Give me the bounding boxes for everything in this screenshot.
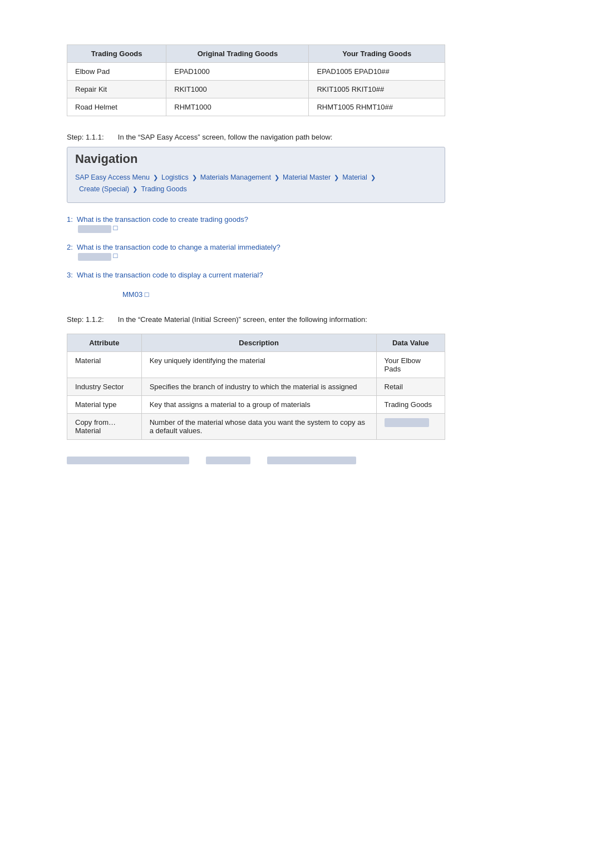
blurred-value xyxy=(385,418,429,427)
attr-row: Copy from…MaterialNumber of the material… xyxy=(67,413,445,439)
attr-col-header: Description xyxy=(141,334,376,351)
attr-attribute: Copy from…Material xyxy=(67,413,142,439)
nav-arrow-icon: ❯ xyxy=(369,174,376,181)
nav-path-item: Trading Goods xyxy=(141,185,186,193)
trading-cell: EPAD1005 EPAD10## xyxy=(309,63,445,81)
nav-path-item: SAP Easy Access Menu xyxy=(75,173,150,181)
nav-arrow-icon: ❯ xyxy=(332,174,341,181)
navigation-title: Navigation xyxy=(75,152,437,166)
nav-path-item: Material xyxy=(342,173,367,181)
step-label: Step: 1.1.1: xyxy=(67,133,104,141)
attr-data-value: Your Elbow Pads xyxy=(376,351,445,378)
nav-arrow-icon: ❯ xyxy=(131,186,139,192)
step-1-1-2-text: Step: 1.1.2: In the “Create Material (In… xyxy=(67,315,524,324)
step2-label: Step: 1.1.2: xyxy=(67,315,104,324)
answer-blurred xyxy=(78,253,111,261)
attr-col-header: Attribute xyxy=(67,334,142,351)
attribute-table: AttributeDescriptionData Value MaterialK… xyxy=(67,334,445,440)
trading-cell: Repair Kit xyxy=(67,81,166,98)
trading-col-header: Trading Goods xyxy=(67,45,166,63)
attr-row: Material typeKey that assigns a material… xyxy=(67,395,445,413)
question-item: 2: What is the transaction code to chang… xyxy=(67,243,524,261)
nav-path-item: Material Master xyxy=(283,173,331,181)
bottom-blurred-item xyxy=(67,457,189,464)
attr-data-value: Trading Goods xyxy=(376,395,445,413)
trading-col-header: Original Trading Goods xyxy=(166,45,309,63)
answer-icon: □ xyxy=(111,251,117,260)
nav-arrow-icon: ❯ xyxy=(151,174,160,181)
attr-description: Key uniquely identifying the material xyxy=(141,351,376,378)
attr-attribute: Material xyxy=(67,351,142,378)
trading-col-header: Your Trading Goods xyxy=(309,45,445,63)
question-text: What is the transaction code to change a… xyxy=(77,243,280,251)
question-item: 1: What is the transaction code to creat… xyxy=(67,215,524,233)
navigation-path: SAP Easy Access Menu ❯ Logistics ❯ Mater… xyxy=(75,172,437,196)
nav-path-item: Materials Management xyxy=(200,173,271,181)
answer-blurred xyxy=(78,225,111,233)
trading-cell: RKIT1000 xyxy=(166,81,309,98)
trading-row: Elbow PadEPAD1000EPAD1005 EPAD10## xyxy=(67,63,445,81)
question-text: What is the transaction code to create t… xyxy=(77,215,248,224)
trading-row: Repair KitRKIT1000RKIT1005 RKIT10## xyxy=(67,81,445,98)
trading-cell: EPAD1000 xyxy=(166,63,309,81)
attr-col-header: Data Value xyxy=(376,334,445,351)
step-1-1-1-text: Step: 1.1.1: In the “SAP Easy Access” sc… xyxy=(67,133,524,141)
attr-row: MaterialKey uniquely identifying the mat… xyxy=(67,351,445,378)
attr-description: Number of the material whose data you wa… xyxy=(141,413,376,439)
trading-goods-table: Trading GoodsOriginal Trading GoodsYour … xyxy=(67,44,445,116)
mm03-answer: MM03 □ xyxy=(122,290,524,299)
question-item: 3: What is the transaction code to displ… xyxy=(67,271,524,279)
attr-attribute: Material type xyxy=(67,395,142,413)
bottom-blurred-item xyxy=(267,457,356,464)
step2-description: In the “Create Material (Initial Screen)… xyxy=(118,315,367,324)
question-number: 2: xyxy=(67,243,77,251)
attr-description: Key that assigns a material to a group o… xyxy=(141,395,376,413)
nav-arrow-icon: ❯ xyxy=(190,174,199,181)
trading-cell: Elbow Pad xyxy=(67,63,166,81)
bottom-blurred-row xyxy=(67,457,524,464)
trading-cell: Road Helmet xyxy=(67,98,166,116)
attr-row: Industry SectorSpecifies the branch of i… xyxy=(67,378,445,395)
trading-cell: RKIT1005 RKIT10## xyxy=(309,81,445,98)
step-description: In the “SAP Easy Access” screen, follow … xyxy=(118,133,333,141)
attr-data-value xyxy=(376,413,445,439)
question-number: 3: xyxy=(67,271,77,279)
nav-path-item: Create (Special) xyxy=(79,185,129,193)
trading-cell: RHMT1005 RHMT10## xyxy=(309,98,445,116)
questions-section: 1: What is the transaction code to creat… xyxy=(67,215,524,279)
bottom-blurred-item xyxy=(206,457,250,464)
answer-icon: □ xyxy=(111,224,117,232)
attr-description: Specifies the branch of industry to whic… xyxy=(141,378,376,395)
trading-cell: RHMT1000 xyxy=(166,98,309,116)
nav-arrow-icon: ❯ xyxy=(273,174,281,181)
navigation-box: Navigation SAP Easy Access Menu ❯ Logist… xyxy=(67,147,445,203)
question-text: What is the transaction code to display … xyxy=(77,271,263,279)
attr-data-value: Retail xyxy=(376,378,445,395)
question-number: 1: xyxy=(67,215,77,224)
trading-row: Road HelmetRHMT1000RHMT1005 RHMT10## xyxy=(67,98,445,116)
attr-attribute: Industry Sector xyxy=(67,378,142,395)
nav-path-item: Logistics xyxy=(161,173,189,181)
